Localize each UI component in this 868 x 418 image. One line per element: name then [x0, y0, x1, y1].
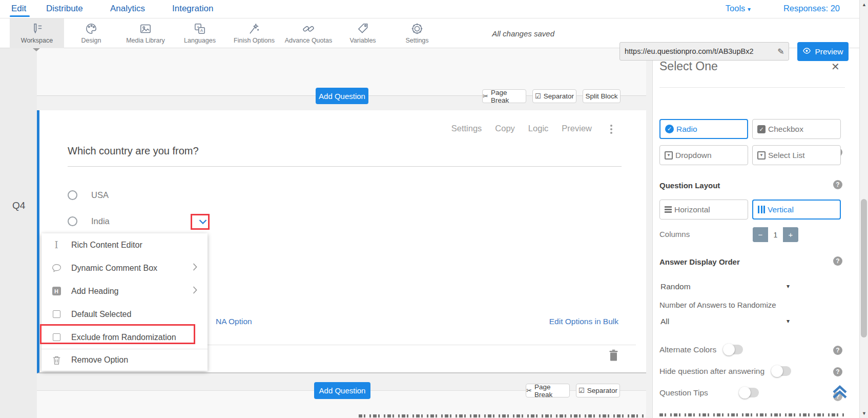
scroll-down-arrow-icon[interactable]: ▼	[860, 411, 868, 416]
close-icon[interactable]: ✕	[831, 61, 840, 73]
tag-icon	[336, 21, 390, 36]
help-icon[interactable]: ?	[833, 346, 842, 355]
chain-links-icon	[281, 21, 336, 36]
tab-integration[interactable]: Integration	[172, 4, 213, 14]
clipped-content-strip	[359, 414, 646, 417]
scroll-up-arrow-icon[interactable]: ▲	[860, 2, 868, 7]
delete-question-trash-icon[interactable]	[608, 349, 619, 364]
svg-text:x: x	[197, 25, 199, 29]
answer-option-label[interactable]: India	[91, 216, 110, 226]
layout-horizontal-button[interactable]: Horizontal	[659, 200, 748, 220]
alternate-colors-toggle[interactable]	[724, 345, 743, 354]
question-tips-toggle[interactable]	[739, 388, 759, 397]
menu-item-rich-content-editor[interactable]: I Rich Content Editor	[42, 233, 208, 256]
preview-button[interactable]: Preview	[797, 42, 849, 61]
checkbox-icon	[53, 333, 60, 341]
question-logic-link[interactable]: Logic	[528, 124, 548, 133]
active-tab-underline	[10, 15, 30, 17]
clipped-content-strip	[659, 413, 845, 416]
answer-type-select-list[interactable]: ▼ Select List	[752, 145, 841, 165]
top-nav: Edit Distribute Analytics Integration To…	[0, 0, 859, 18]
hide-question-toggle[interactable]	[772, 366, 791, 376]
columns-increment-button[interactable]: +	[783, 227, 798, 242]
option-context-menu: I Rich Content Editor Dynamic Comment Bo…	[42, 233, 208, 371]
question-settings-link[interactable]: Settings	[451, 124, 482, 133]
comment-bubble-icon	[42, 264, 71, 272]
na-option-link[interactable]: NA Option	[216, 317, 252, 326]
answer-type-radio[interactable]: ✓ Radio	[659, 119, 748, 139]
menu-item-default-selected[interactable]: Default Selected	[42, 303, 208, 326]
question-title[interactable]: Which country are you from?	[68, 145, 199, 157]
question-title-underline	[68, 166, 622, 167]
toolbar-tab-settings[interactable]: Settings	[390, 18, 444, 48]
edit-options-in-bulk-link[interactable]: Edit Options in Bulk	[549, 317, 618, 326]
add-question-button-bottom[interactable]: Add Question	[314, 382, 370, 399]
page-break-button-bottom[interactable]: ✂Page Break	[526, 384, 570, 397]
radio-option-circle[interactable]	[68, 216, 77, 226]
answer-display-order-select[interactable]: Random ▾	[660, 282, 789, 291]
panel-title: Select One	[659, 59, 718, 73]
answer-option-row: India	[68, 216, 110, 226]
tab-analytics[interactable]: Analytics	[110, 4, 145, 14]
survey-url-input[interactable]	[620, 47, 773, 55]
dropdown-icon: ▼	[757, 151, 766, 160]
option-menu-chevron-button[interactable]	[194, 214, 212, 229]
scissors-icon: ✂	[526, 387, 532, 394]
answer-option-label[interactable]: USA	[91, 190, 109, 200]
page-break-button-top[interactable]: ✂Page Break	[482, 89, 526, 103]
toolbar-tab-workspace[interactable]: Workspace	[10, 18, 64, 48]
menu-item-add-heading[interactable]: H Add Heading	[42, 280, 208, 303]
question-more-menu-icon[interactable]	[609, 124, 613, 135]
tab-edit[interactable]: Edit	[11, 4, 26, 14]
question-copy-link[interactable]: Copy	[495, 124, 515, 133]
checkbox-check-icon: ☑	[535, 92, 541, 100]
help-icon[interactable]: ?	[833, 367, 842, 376]
separator-button-bottom[interactable]: ☑Separator	[576, 384, 620, 397]
caret-down-icon: ▾	[748, 6, 751, 13]
layout-vertical-button[interactable]: Vertical	[752, 200, 841, 220]
caret-down-icon: ▾	[787, 317, 790, 325]
question-actions: Settings Copy Logic Preview	[451, 124, 592, 133]
radio-option-circle[interactable]	[68, 190, 77, 200]
randomize-count-select[interactable]: All ▾	[660, 317, 789, 326]
edit-url-pencil-icon[interactable]: ✎	[773, 47, 789, 56]
columns-value-input[interactable]	[768, 227, 783, 242]
heading-icon: H	[52, 287, 61, 295]
split-block-button[interactable]: Split Block	[583, 89, 621, 103]
magic-wand-icon	[227, 21, 281, 36]
scissors-icon: ✂	[483, 92, 488, 100]
toolbar-tab-advance-quotas[interactable]: Advance Quotas	[281, 18, 336, 48]
answer-type-checkbox[interactable]: ✓ Checkbox	[752, 119, 841, 139]
help-icon[interactable]: ?	[833, 256, 842, 266]
add-question-button-top[interactable]: Add Question	[316, 88, 368, 104]
scroll-to-top-icon[interactable]	[832, 384, 848, 402]
answer-type-dropdown[interactable]: ▼ Dropdown	[659, 145, 748, 165]
scrollbar-thumb[interactable]	[861, 199, 867, 337]
responses-count[interactable]: Responses: 20	[783, 4, 840, 13]
radio-selected-icon: ✓	[665, 125, 674, 133]
translate-icon: xA	[173, 21, 227, 36]
toolbar-tab-design[interactable]: Design	[64, 18, 118, 48]
palette-icon	[64, 21, 118, 36]
columns-decrement-button[interactable]: −	[753, 227, 768, 242]
toolbar-tab-finish-options[interactable]: Finish Options	[227, 18, 281, 48]
editor-toolbar: Workspace Design Media Library xA Langua…	[0, 18, 859, 48]
help-icon[interactable]: ?	[833, 180, 842, 189]
question-layout-label: Question Layout	[659, 181, 720, 190]
toolbar-tab-variables[interactable]: Variables	[336, 18, 390, 48]
menu-item-remove-option[interactable]: Remove Option	[42, 349, 208, 371]
toolbar-tab-media-library[interactable]: Media Library	[118, 18, 173, 48]
horizontal-bars-icon	[665, 206, 672, 213]
submenu-chevron-right-icon	[193, 286, 197, 296]
separator-button-top[interactable]: ☑Separator	[532, 89, 576, 103]
question-preview-link[interactable]: Preview	[562, 124, 592, 133]
caret-down-icon: ▾	[787, 283, 790, 290]
toolbar-tab-languages[interactable]: xA Languages	[173, 18, 227, 48]
menu-item-dynamic-comment-box[interactable]: Dynamic Comment Box	[42, 256, 208, 280]
tab-distribute[interactable]: Distribute	[46, 4, 83, 14]
page-scrollbar[interactable]: ▲ ▼	[859, 0, 868, 418]
menu-item-exclude-from-randomization[interactable]: Exclude from Randomization	[42, 326, 208, 349]
tools-menu[interactable]: Tools ▾	[726, 4, 751, 13]
submenu-chevron-right-icon	[193, 263, 197, 273]
question-tips-row: Question Tips	[659, 388, 759, 397]
